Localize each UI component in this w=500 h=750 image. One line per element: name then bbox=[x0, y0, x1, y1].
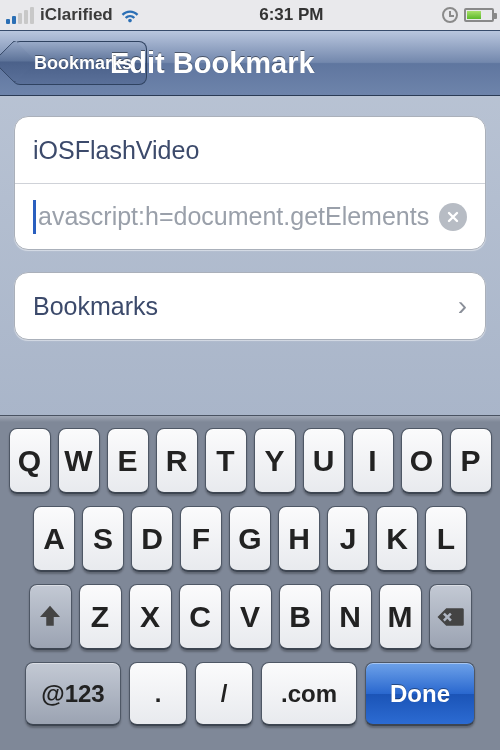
keyboard: QWERTYUIOP ASDFGHJKL ZXCVBNM @123 . / .c… bbox=[0, 415, 500, 750]
slash-key[interactable]: / bbox=[195, 662, 253, 726]
navigation-bar: Bookmarks Edit Bookmark bbox=[0, 30, 500, 96]
back-button-label: Bookmarks bbox=[34, 53, 132, 74]
done-key[interactable]: Done bbox=[365, 662, 475, 726]
clear-button[interactable] bbox=[439, 203, 467, 231]
key-i[interactable]: I bbox=[352, 428, 394, 494]
symbols-key[interactable]: @123 bbox=[25, 662, 121, 726]
wifi-icon bbox=[119, 4, 141, 26]
bookmark-name-input[interactable] bbox=[33, 136, 467, 165]
clock-label: 6:31 PM bbox=[259, 5, 323, 25]
key-a[interactable]: A bbox=[33, 506, 75, 572]
key-y[interactable]: Y bbox=[254, 428, 296, 494]
key-m[interactable]: M bbox=[379, 584, 422, 650]
key-p[interactable]: P bbox=[450, 428, 492, 494]
key-s[interactable]: S bbox=[82, 506, 124, 572]
key-x[interactable]: X bbox=[129, 584, 172, 650]
key-g[interactable]: G bbox=[229, 506, 271, 572]
dotcom-key[interactable]: .com bbox=[261, 662, 357, 726]
keyboard-row-3: ZXCVBNM bbox=[6, 584, 494, 650]
close-icon bbox=[446, 210, 460, 224]
key-h[interactable]: H bbox=[278, 506, 320, 572]
keyboard-row-2: ASDFGHJKL bbox=[6, 506, 494, 572]
key-u[interactable]: U bbox=[303, 428, 345, 494]
shift-icon bbox=[35, 602, 65, 632]
back-button[interactable]: Bookmarks bbox=[12, 41, 147, 85]
backspace-icon bbox=[435, 602, 465, 632]
key-d[interactable]: D bbox=[131, 506, 173, 572]
key-f[interactable]: F bbox=[180, 506, 222, 572]
folder-label: Bookmarks bbox=[33, 292, 158, 321]
key-r[interactable]: R bbox=[156, 428, 198, 494]
bookmark-fields-group: avascript:h=document.getElementsByT bbox=[14, 116, 486, 250]
keyboard-row-1: QWERTYUIOP bbox=[6, 428, 494, 494]
key-c[interactable]: C bbox=[179, 584, 222, 650]
key-z[interactable]: Z bbox=[79, 584, 122, 650]
backspace-key[interactable] bbox=[429, 584, 472, 650]
bookmark-url-text: avascript:h=document.getElementsByT bbox=[38, 202, 431, 231]
key-l[interactable]: L bbox=[425, 506, 467, 572]
text-cursor bbox=[33, 200, 36, 234]
battery-icon bbox=[464, 8, 494, 22]
keyboard-row-4: @123 . / .com Done bbox=[6, 662, 494, 726]
key-b[interactable]: B bbox=[279, 584, 322, 650]
alarm-icon bbox=[442, 7, 458, 23]
key-q[interactable]: Q bbox=[9, 428, 51, 494]
signal-strength-icon bbox=[6, 7, 34, 24]
chevron-right-icon: › bbox=[458, 290, 467, 322]
status-bar: iClarified 6:31 PM bbox=[0, 0, 500, 30]
key-v[interactable]: V bbox=[229, 584, 272, 650]
key-n[interactable]: N bbox=[329, 584, 372, 650]
key-w[interactable]: W bbox=[58, 428, 100, 494]
bookmark-folder-row[interactable]: Bookmarks › bbox=[15, 273, 485, 339]
carrier-label: iClarified bbox=[40, 5, 113, 25]
bookmark-folder-group: Bookmarks › bbox=[14, 272, 486, 340]
shift-key[interactable] bbox=[29, 584, 72, 650]
key-k[interactable]: K bbox=[376, 506, 418, 572]
key-e[interactable]: E bbox=[107, 428, 149, 494]
bookmark-url-row[interactable]: avascript:h=document.getElementsByT bbox=[15, 183, 485, 249]
bookmark-name-row[interactable] bbox=[15, 117, 485, 183]
key-o[interactable]: O bbox=[401, 428, 443, 494]
period-key[interactable]: . bbox=[129, 662, 187, 726]
key-j[interactable]: J bbox=[327, 506, 369, 572]
key-t[interactable]: T bbox=[205, 428, 247, 494]
